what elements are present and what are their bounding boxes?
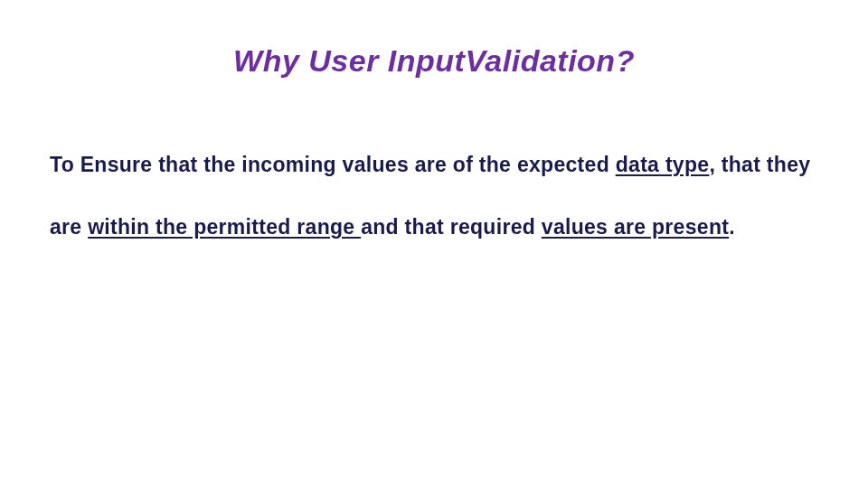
slide-body: To Ensure that the incoming values are o…: [50, 134, 818, 258]
underline-range: within the permitted range: [88, 215, 361, 239]
slide: Why User InputValidation? To Ensure that…: [0, 0, 868, 488]
underline-data-type: data type: [616, 153, 710, 176]
underline-present: values are present: [542, 215, 729, 239]
body-text: and that required: [361, 215, 542, 239]
body-text: To Ensure that the incoming values are o…: [50, 153, 616, 176]
body-text: .: [729, 215, 735, 239]
slide-title: Why User InputValidation?: [0, 43, 868, 79]
